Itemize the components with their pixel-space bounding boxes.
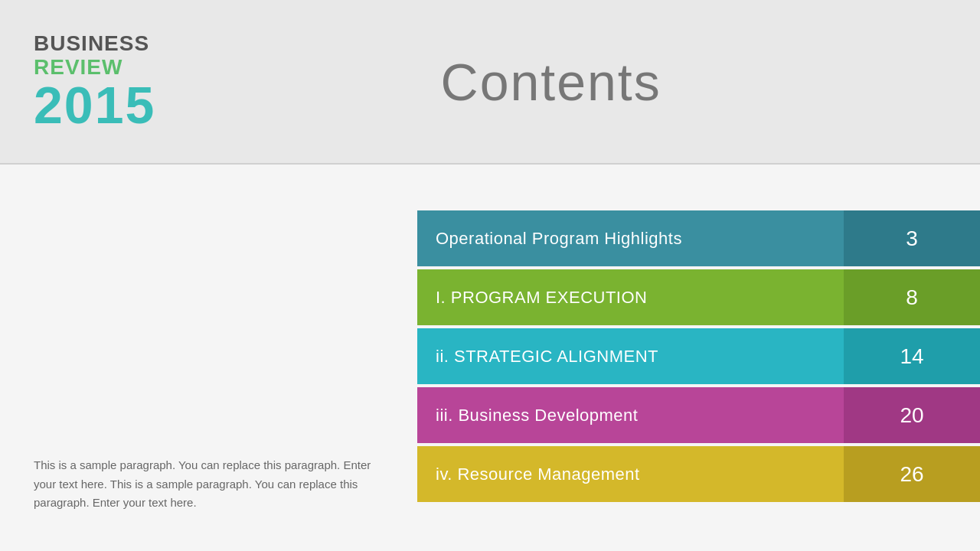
toc-page-number: 14 xyxy=(844,328,980,384)
left-panel: This is a sample paragraph. You can repl… xyxy=(0,165,417,551)
logo-business: BUSINESS xyxy=(34,32,155,56)
toc-row: ii. STRATEGIC ALIGNMENT14 xyxy=(417,328,980,384)
toc-row: Operational Program Highlights3 xyxy=(417,210,980,266)
toc-page-number: 20 xyxy=(844,387,980,443)
toc-page-number: 8 xyxy=(844,269,980,325)
sample-paragraph: This is a sample paragraph. You can repl… xyxy=(34,456,384,513)
toc-label: Operational Program Highlights xyxy=(417,210,844,266)
toc-row: iv. Resource Management26 xyxy=(417,446,980,502)
toc-row: iii. Business Development20 xyxy=(417,387,980,443)
header-title-container: Contents xyxy=(155,52,946,112)
logo-year: 2015 xyxy=(34,79,155,131)
toc-row: I. PROGRAM EXECUTION8 xyxy=(417,269,980,325)
toc-label: iv. Resource Management xyxy=(417,446,844,502)
logo-block: BUSINESS REVIEW 2015 xyxy=(34,32,155,132)
toc-page-number: 26 xyxy=(844,446,980,502)
toc-label: iii. Business Development xyxy=(417,387,844,443)
toc-label: ii. STRATEGIC ALIGNMENT xyxy=(417,328,844,384)
toc-label: I. PROGRAM EXECUTION xyxy=(417,269,844,325)
toc-page-number: 3 xyxy=(844,210,980,266)
header: BUSINESS REVIEW 2015 Contents xyxy=(0,0,980,165)
main-content: This is a sample paragraph. You can repl… xyxy=(0,165,980,551)
toc-panel: Operational Program Highlights3I. PROGRA… xyxy=(417,165,980,551)
page-title: Contents xyxy=(441,52,662,112)
